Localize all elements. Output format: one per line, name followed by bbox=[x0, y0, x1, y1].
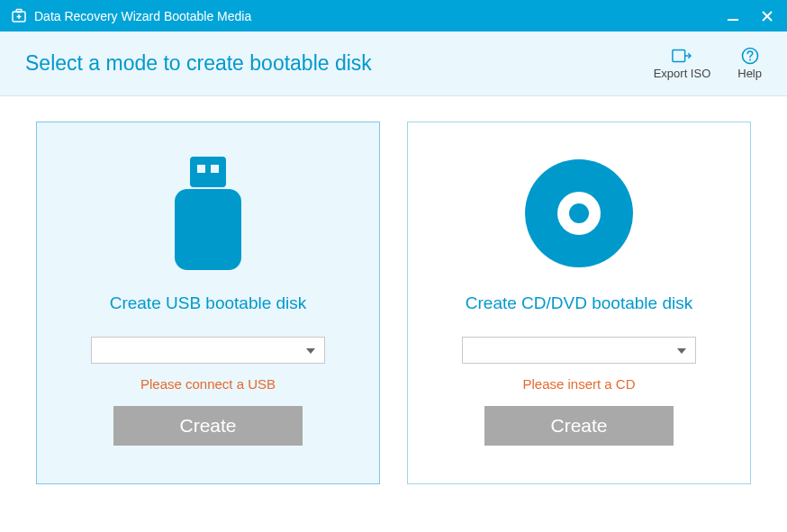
usb-create-button[interactable]: Create bbox=[113, 406, 303, 446]
svg-point-10 bbox=[749, 59, 751, 61]
window-title: Data Recovery Wizard Bootable Media bbox=[34, 9, 724, 23]
export-iso-button[interactable]: Export ISO bbox=[654, 47, 711, 80]
cd-card-title: Create CD/DVD bootable disk bbox=[466, 293, 692, 313]
cd-icon bbox=[520, 155, 638, 272]
help-label: Help bbox=[737, 67, 762, 80]
svg-point-17 bbox=[569, 203, 589, 223]
titlebar: Data Recovery Wizard Bootable Media bbox=[0, 0, 787, 32]
export-iso-icon bbox=[672, 47, 692, 65]
header-actions: Export ISO Help bbox=[654, 47, 762, 80]
usb-card-title: Create USB bootable disk bbox=[110, 293, 307, 313]
page-heading: Select a mode to create bootable disk bbox=[25, 51, 654, 76]
svg-rect-1 bbox=[16, 9, 22, 12]
svg-rect-7 bbox=[673, 50, 685, 62]
close-button[interactable] bbox=[758, 7, 776, 25]
window-controls bbox=[724, 7, 776, 25]
card-cd[interactable]: Create CD/DVD bootable disk Please inser… bbox=[407, 122, 751, 484]
card-usb[interactable]: Create USB bootable disk Please connect … bbox=[36, 122, 380, 484]
cd-create-button[interactable]: Create bbox=[484, 406, 674, 446]
svg-rect-13 bbox=[211, 165, 219, 173]
content: Create USB bootable disk Please connect … bbox=[0, 96, 787, 509]
svg-rect-12 bbox=[197, 165, 205, 173]
svg-rect-11 bbox=[190, 157, 226, 187]
usb-device-select[interactable] bbox=[91, 337, 325, 364]
help-icon bbox=[740, 47, 760, 65]
usb-hint: Please connect a USB bbox=[140, 376, 276, 392]
help-button[interactable]: Help bbox=[737, 47, 762, 80]
export-iso-label: Export ISO bbox=[654, 67, 711, 80]
usb-icon bbox=[149, 155, 267, 272]
app-icon bbox=[11, 8, 27, 24]
cd-hint: Please insert a CD bbox=[522, 376, 635, 392]
cd-device-select[interactable] bbox=[462, 337, 696, 364]
subheader: Select a mode to create bootable disk Ex… bbox=[0, 32, 787, 96]
svg-rect-14 bbox=[175, 189, 241, 270]
minimize-button[interactable] bbox=[724, 7, 742, 25]
